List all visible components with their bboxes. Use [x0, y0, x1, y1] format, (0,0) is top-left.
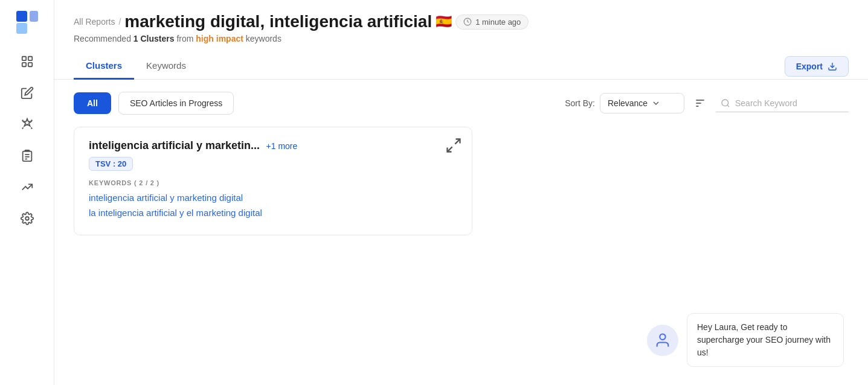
logo[interactable]: [15, 10, 39, 34]
svg-rect-2: [30, 11, 38, 22]
svg-rect-3: [22, 57, 25, 60]
edit-icon: [21, 86, 34, 100]
cluster-card-header: inteligencia artificial y marketin... +1…: [89, 139, 457, 152]
tab-keywords[interactable]: Keywords: [134, 53, 198, 80]
chat-bubble: Hey Laura, Get ready to supercharge your…: [647, 313, 844, 367]
chat-message: Hey Laura, Get ready to supercharge your…: [687, 313, 844, 367]
cluster-title-row: inteligencia artificial y marketin... +1…: [89, 139, 297, 152]
tabs-row: Clusters Keywords Export: [54, 53, 868, 80]
export-button[interactable]: Export: [785, 56, 849, 77]
clipboard-icon: [21, 149, 34, 162]
svg-rect-6: [28, 63, 31, 66]
sidebar-item-articles[interactable]: [12, 80, 42, 106]
svg-point-17: [722, 100, 728, 106]
keyword-item[interactable]: la inteligencia artificial y el marketin…: [89, 208, 457, 218]
sidebar-item-grid[interactable]: [12, 48, 42, 75]
svg-line-19: [455, 139, 460, 144]
svg-rect-4: [28, 57, 31, 60]
svg-rect-7: [22, 151, 31, 161]
clock-icon: [463, 18, 472, 26]
filter-seo-button[interactable]: SEO Articles in Progress: [118, 92, 234, 115]
svg-rect-0: [16, 11, 27, 22]
cluster-card: inteligencia artificial y marketin... +1…: [74, 127, 472, 235]
search-icon: [721, 98, 730, 108]
cluster-more[interactable]: +1 more: [266, 141, 298, 151]
sidebar: [0, 0, 54, 385]
chart-icon: [21, 180, 34, 194]
svg-point-21: [660, 334, 665, 339]
sidebar-item-ai[interactable]: [12, 111, 42, 138]
subtitle: Recommended 1 Clusters from high impact …: [74, 34, 849, 43]
svg-line-20: [448, 147, 452, 151]
expand-icon[interactable]: [445, 137, 462, 154]
svg-point-11: [25, 217, 29, 220]
search-box[interactable]: [716, 95, 849, 112]
time-ago-text: 1 minute ago: [475, 18, 521, 27]
chat-avatar: [647, 325, 678, 356]
header: All Reports / marketing digital, intelig…: [54, 0, 868, 53]
sidebar-item-analytics[interactable]: [12, 174, 42, 200]
sort-ascending-icon: [694, 97, 706, 109]
sort-order-button[interactable]: [689, 92, 711, 114]
keyword-item[interactable]: inteligencia artificial y marketing digi…: [89, 192, 457, 203]
settings-icon: [21, 212, 34, 225]
breadcrumb: All Reports / marketing digital, intelig…: [74, 12, 849, 31]
keywords-label: KEYWORDS ( 2 / 2 ): [89, 179, 457, 186]
tabs: Clusters Keywords: [74, 53, 198, 79]
svg-rect-1: [16, 23, 27, 34]
tsv-badge: TSV : 20: [89, 157, 133, 171]
magic-icon: [21, 118, 34, 131]
tab-clusters[interactable]: Clusters: [74, 53, 134, 80]
keyword-list: inteligencia artificial y marketing digi…: [89, 192, 457, 218]
filter-all-button[interactable]: All: [74, 92, 111, 114]
sort-section: Sort By: Relevance: [565, 92, 849, 114]
sidebar-item-reports[interactable]: [12, 142, 42, 169]
svg-line-18: [727, 105, 729, 107]
page-title: marketing digital, inteligencia artifici…: [124, 12, 432, 31]
filter-bar: All SEO Articles in Progress Sort By: Re…: [74, 92, 849, 115]
user-icon: [654, 332, 671, 349]
chevron-down-icon: [651, 98, 661, 108]
grid-icon: [21, 55, 34, 68]
breadcrumb-all-reports[interactable]: All Reports: [74, 17, 115, 27]
flag-icon: 🇪🇸: [436, 14, 452, 30]
export-icon: [828, 62, 837, 71]
sort-label: Sort By:: [565, 98, 595, 108]
time-badge: 1 minute ago: [455, 14, 529, 30]
svg-rect-5: [22, 63, 25, 66]
cluster-title: inteligencia artificial y marketin...: [89, 139, 260, 151]
breadcrumb-separator: /: [118, 17, 121, 27]
search-input[interactable]: [735, 98, 844, 108]
sidebar-item-settings[interactable]: [12, 205, 42, 232]
sort-select[interactable]: Relevance: [600, 93, 684, 113]
